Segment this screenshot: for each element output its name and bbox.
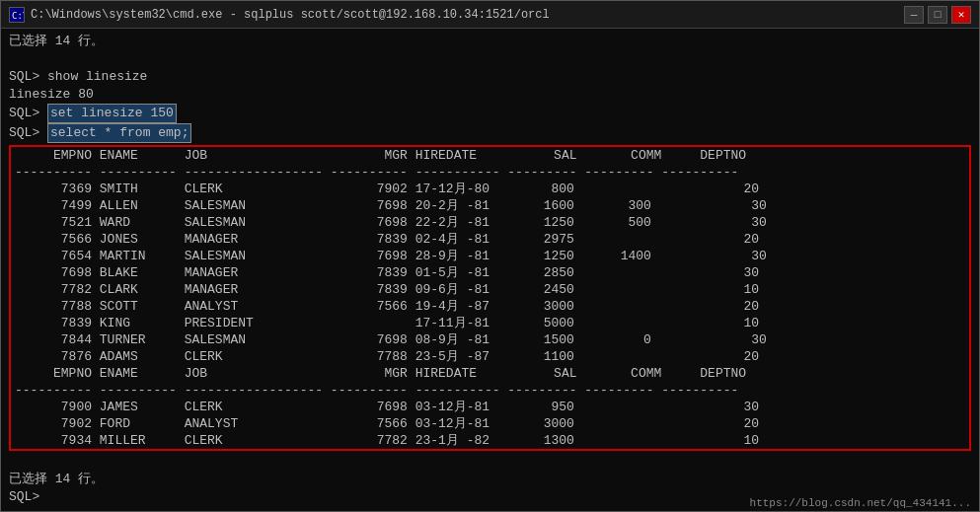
close-button[interactable]: ✕ (951, 6, 971, 24)
row-martin: 7654 MARTIN SALESMAN 7698 28-9月 -81 1250… (11, 248, 969, 264)
row-smith: 7369 SMITH CLERK 7902 17-12月-80 800 20 (11, 181, 969, 197)
window-controls: — □ ✕ (904, 6, 971, 24)
row-scott: 7788 SCOTT ANALYST 7566 19-4月 -87 3000 2… (11, 298, 969, 315)
watermark: https://blog.csdn.net/qq_434141... (750, 497, 971, 509)
minimize-button[interactable]: — (904, 6, 924, 24)
window-title: C:\Windows\system32\cmd.exe - sqlplus sc… (31, 8, 550, 22)
row-turner: 7844 TURNER SALESMAN 7698 08-9月 -81 1500… (11, 331, 969, 348)
svg-text:C:\: C:\ (12, 11, 24, 21)
cmd1-text: set linesize 150 (47, 104, 177, 123)
row-blake: 7698 BLAKE MANAGER 7839 01-5月 -81 2850 3… (11, 264, 969, 281)
titlebar-left: C:\ C:\Windows\system32\cmd.exe - sqlplu… (9, 7, 550, 23)
col-header-2: EMPNO ENAME JOB MGR HIREDATE SAL COMM DE… (11, 365, 969, 382)
titlebar: C:\ C:\Windows\system32\cmd.exe - sqlplu… (1, 1, 979, 29)
terminal-body: 已选择 14 行。 SQL> show linesize linesize 80… (1, 29, 979, 511)
row-ward: 7521 WARD SALESMAN 7698 22-2月 -81 1250 5… (11, 214, 969, 231)
col-sep-1: ---------- ---------- ------------------… (11, 164, 969, 181)
col-sep-2: ---------- ---------- ------------------… (11, 382, 969, 399)
sql-prompt-1: SQL> set linesize 150 (9, 104, 971, 123)
terminal-window: C:\ C:\Windows\system32\cmd.exe - sqlplu… (0, 0, 980, 512)
row-allen: 7499 ALLEN SALESMAN 7698 20-2月 -81 1600 … (11, 197, 969, 214)
sql-label-2: SQL> (9, 124, 47, 142)
maximize-button[interactable]: □ (928, 6, 947, 24)
col-header-1: EMPNO ENAME JOB MGR HIREDATE SAL COMM DE… (11, 147, 969, 164)
cmd-icon: C:\ (9, 7, 25, 23)
sql-label-1: SQL> (9, 105, 47, 122)
cmd2-text: select * from emp; (47, 123, 191, 143)
row-clark: 7782 CLARK MANAGER 7839 09-6月 -81 2450 1… (11, 281, 969, 298)
row-adams: 7876 ADAMS CLERK 7788 23-5月 -87 1100 20 (11, 348, 969, 365)
line-selected-14: 已选择 14 行。 (9, 33, 971, 50)
row-king: 7839 KING PRESIDENT 17-11月-81 5000 10 (11, 315, 969, 331)
line-blank2 (9, 453, 971, 471)
query-result-table: EMPNO ENAME JOB MGR HIREDATE SAL COMM DE… (9, 145, 971, 451)
row-miller: 7934 MILLER CLERK 7782 23-1月 -82 1300 10 (11, 432, 969, 449)
row-ford: 7902 FORD ANALYST 7566 03-12月-81 3000 20 (11, 415, 969, 432)
line-linesize-val: linesize 80 (9, 86, 971, 104)
row-james: 7900 JAMES CLERK 7698 03-12月-81 950 30 (11, 399, 969, 415)
sql-prompt-2: SQL> select * from emp; (9, 123, 971, 143)
line-show-linesize: SQL> show linesize (9, 68, 971, 86)
line-selected-14-2: 已选择 14 行。 (9, 471, 971, 488)
line-blank1 (9, 50, 971, 68)
row-jones: 7566 JONES MANAGER 7839 02-4月 -81 2975 2… (11, 231, 969, 248)
